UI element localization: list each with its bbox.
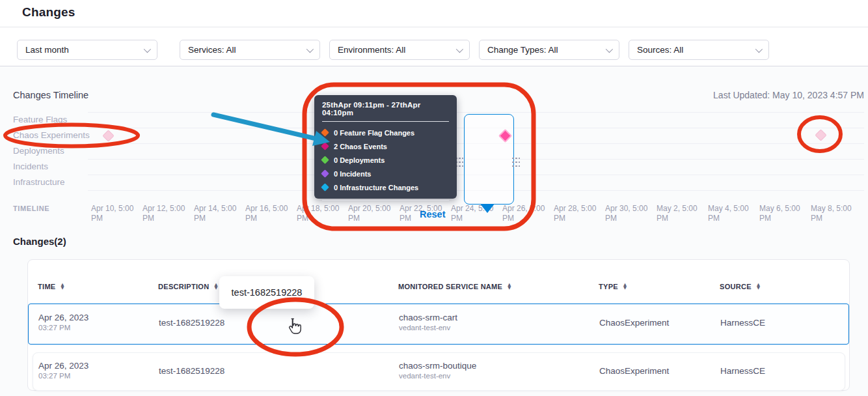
axis-tick: May 2, 5:00PM [657, 204, 706, 223]
monitored-service-cell: chaos-srm-boutique vedant-test-env [399, 361, 476, 380]
reset-link[interactable]: Reset [420, 209, 446, 219]
filter-dropdown-time-range[interactable]: Last month [17, 40, 157, 60]
axis-tick: Apr 30, 5:00PM [605, 204, 655, 223]
timeline-row-incidents: Incidents [13, 162, 48, 171]
filter-dropdown-environments-value: Environments: All [338, 45, 405, 55]
timeline-row-feature-flags: Feature Flags [13, 115, 67, 124]
filter-dropdown-time-range-value: Last month [25, 45, 69, 55]
range-tooltip-title: 25thApr 09:11pm - 27thApr 04:10pm [322, 101, 449, 117]
description-cell: test-1682519228 [159, 366, 224, 376]
timeline-gridline [88, 112, 864, 113]
filter-dropdown-services-value: Services: All [188, 45, 236, 55]
sort-icon[interactable]: ▲▼ [757, 283, 760, 290]
axis-tick: Apr 10, 5:00PM [91, 204, 141, 223]
axis-tick: May 6, 5:00PM [759, 204, 809, 223]
sort-icon[interactable]: ▲▼ [508, 283, 511, 290]
filter-dropdown-change-types[interactable]: Change Types: All [479, 40, 619, 60]
axis-tick: Apr 28, 5:00PM [554, 204, 603, 223]
time-cell: Apr 26, 2023 03:27 PM [38, 313, 88, 332]
changes-count-title: Changes(2) [13, 236, 66, 247]
incident-diamond-icon [321, 169, 329, 178]
page-header: Changes [0, 0, 868, 27]
chevron-down-icon [456, 45, 463, 52]
chevron-down-icon [144, 45, 151, 52]
chaos-event-diamond-icon [321, 142, 329, 150]
axis-tick: May 8, 5:00PM [811, 204, 860, 223]
chevron-down-icon [306, 45, 314, 52]
filter-dropdown-sources[interactable]: Sources: All [629, 40, 769, 60]
brush-right-handle[interactable] [511, 156, 520, 167]
content-area: Changes Timeline Last Updated: May 10, 2… [0, 66, 868, 396]
column-header-source[interactable]: SOURCE ▲▼ [720, 283, 760, 290]
table-row-chaos-srm-cart[interactable]: Apr 26, 2023 03:27 PM test-1682519228 ch… [28, 304, 849, 345]
axis-tick: Apr 20, 5:00PM [348, 204, 398, 223]
filter-dropdown-sources-value: Sources: All [637, 45, 683, 55]
filter-dropdown-change-types-value: Change Types: All [487, 45, 558, 55]
filter-dropdown-environments[interactable]: Environments: All [329, 40, 470, 60]
timeline-axis-label: TIMELINE [13, 205, 49, 212]
feature-flag-diamond-icon [321, 128, 329, 137]
tooltip-item-incidents: 0 Incidents [322, 167, 449, 180]
tooltip-item-deployments: 0 Deployments [322, 153, 449, 167]
timeline-row-chaos-experiments: Chaos Experiments [13, 130, 90, 140]
chaos-event-marker-icon[interactable] [102, 130, 114, 141]
chevron-down-icon [606, 45, 613, 52]
sort-icon[interactable]: ▲▼ [61, 283, 64, 290]
axis-tick: Apr 12, 5:00PM [142, 204, 192, 223]
axis-tick: Apr 16, 5:00PM [245, 204, 295, 223]
page-title: Changes [22, 5, 75, 20]
table-row-chaos-srm-boutique[interactable]: Apr 26, 2023 03:27 PM test-1682519228 ch… [33, 352, 845, 391]
tooltip-item-chaos-events: 2 Chaos Events [322, 139, 449, 153]
type-cell: ChaosExperiment [599, 318, 669, 328]
time-cell: Apr 26, 2023 03:27 PM [38, 361, 88, 380]
hand-cursor-icon [285, 318, 302, 339]
monitored-service-cell: chaos-srm-cart vedant-test-env [399, 313, 457, 332]
description-hover-tooltip: test-1682519228 [219, 276, 314, 309]
axis-tick: Apr 14, 5:00PM [194, 204, 243, 223]
source-cell: HarnessCE [720, 366, 765, 376]
filter-dropdown-services[interactable]: Services: All [180, 40, 320, 60]
timeline-row-infrastructure: Infrastructure [13, 177, 65, 187]
timeline-brush-selection[interactable] [464, 114, 514, 205]
column-header-monitored-service-name[interactable]: MONITORED SERVICE NAME ▲▼ [398, 283, 511, 290]
filter-bar: Last month Services: All Environments: A… [0, 27, 868, 66]
timeline-row-deployments: Deployments [13, 146, 64, 156]
tooltip-divider [322, 200, 449, 201]
changes-page: Changes Last month Services: All Environ… [0, 0, 868, 396]
column-header-type[interactable]: TYPE ▲▼ [599, 283, 627, 290]
timeline-section-title: Changes Timeline [13, 90, 88, 100]
deployment-diamond-icon [321, 156, 329, 164]
tooltip-divider [322, 121, 449, 122]
axis-tick: Apr 26, 5:00PM [502, 204, 552, 223]
brush-pointer-icon [480, 204, 495, 213]
type-cell: ChaosExperiment [599, 366, 669, 376]
axis-tick: May 4, 5:00PM [708, 204, 757, 223]
source-cell: HarnessCE [720, 318, 765, 328]
column-header-description[interactable]: DESCRIPTION ▲▼ [158, 283, 218, 290]
sort-icon[interactable]: ▲▼ [623, 283, 627, 290]
axis-tick: Apr 18, 5:00PM [297, 204, 346, 223]
last-updated-text: Last Updated: May 10, 2023 4:57 PM [713, 90, 864, 100]
column-header-time[interactable]: TIME ▲▼ [38, 283, 64, 290]
timeline-range-tooltip: 25thApr 09:11pm - 27thApr 04:10pm 0 Feat… [314, 95, 457, 199]
chevron-down-icon [755, 45, 763, 52]
description-cell: test-1682519228 [159, 318, 224, 328]
chaos-event-marker-icon[interactable] [815, 129, 826, 141]
sort-icon[interactable]: ▲▼ [214, 283, 217, 290]
tooltip-item-infrastructure: 0 Infrastructure Changes [322, 180, 449, 194]
infrastructure-diamond-icon [321, 183, 329, 191]
tooltip-item-feature-flags: 0 Feature Flag Changes [322, 126, 449, 139]
